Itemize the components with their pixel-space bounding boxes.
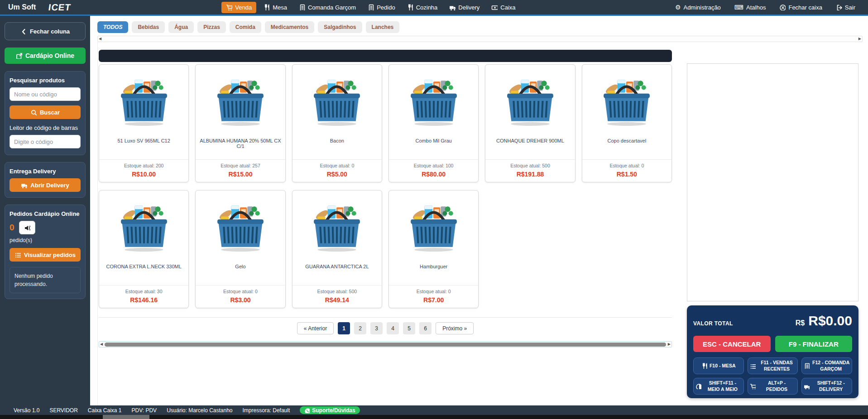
search-button[interactable]: Buscar xyxy=(10,105,81,119)
nav-label: Administração xyxy=(683,4,720,11)
search-button-label: Buscar xyxy=(40,109,60,116)
nav-mesa[interactable]: Mesa xyxy=(259,2,292,13)
tab-medicamentos[interactable]: Medicamentos xyxy=(265,21,314,33)
grocery-basket-image xyxy=(212,201,269,252)
nav-pedido[interactable]: Pedido xyxy=(363,2,399,13)
nav-atalhos[interactable]: ⌨ Atalhos xyxy=(730,2,771,13)
pagination-page-5[interactable]: 5 xyxy=(403,322,415,334)
product-card[interactable]: Copo descartavel Estoque atual: 0 R$1.50 xyxy=(582,64,672,182)
product-price: R$5.00 xyxy=(294,171,380,178)
keyboard-icon: ⌨ xyxy=(734,4,743,10)
pagination-page-2[interactable]: 2 xyxy=(354,322,366,334)
tab-agua[interactable]: Água xyxy=(168,21,194,33)
status-user: Usuário: Marcelo Castanho xyxy=(167,407,232,414)
product-name: Hamburguer xyxy=(389,259,478,285)
nav-label: Delivery xyxy=(458,4,480,11)
product-price: R$191.88 xyxy=(487,171,573,178)
tab-pizzas[interactable]: Pizzas xyxy=(197,21,226,33)
document-icon xyxy=(299,4,305,10)
product-image xyxy=(485,65,575,133)
tab-comida[interactable]: Comida xyxy=(230,21,261,33)
utensils-icon xyxy=(701,363,707,369)
pagination-page-3[interactable]: 3 xyxy=(370,322,383,334)
cancel-button[interactable]: ESC - CANCELAR xyxy=(693,336,771,352)
close-column-button[interactable]: Fechar coluna xyxy=(5,22,86,40)
product-card[interactable]: ALBUMINA HUMANA 20% 50ML CX C/1 Estoque … xyxy=(195,64,285,182)
shortcut-alt-p-pedidos[interactable]: ALT+P - PEDIDOS xyxy=(748,378,798,395)
product-image xyxy=(196,65,285,133)
product-card[interactable]: Bacon Estoque atual: 0 R$5.00 xyxy=(292,64,382,182)
shortcut-shift-f12-delivery[interactable]: SHIFT+F12 - DELIVERY xyxy=(801,378,852,395)
open-delivery-button[interactable]: Abrir Delivery xyxy=(10,178,81,192)
product-image xyxy=(389,190,478,259)
pagination-next-button[interactable]: Próximo » xyxy=(436,322,474,334)
product-card[interactable]: Gelo Estoque atual: 0 R$3.00 xyxy=(195,190,285,308)
bottom-horizontal-scrollbar[interactable]: ◀ ▶ xyxy=(99,341,672,348)
pagination-page-4[interactable]: 4 xyxy=(387,322,399,334)
product-price: R$49.14 xyxy=(294,296,380,304)
grocery-basket-image xyxy=(599,75,655,127)
scroll-left-icon[interactable]: ◀ xyxy=(99,37,101,41)
nav-venda[interactable]: Venda xyxy=(221,2,256,13)
nav-comanda-garcom[interactable]: Comanda Garçom xyxy=(294,2,360,13)
pagination: « Anterior 1 2 3 4 5 6 Próximo » xyxy=(99,322,672,334)
tab-bebidas[interactable]: Bebidas xyxy=(132,21,165,33)
cardapio-online-label: Cardápio Online xyxy=(25,52,74,59)
product-card[interactable]: Combo Mil Grau Estoque atual: 100 R$80.0… xyxy=(388,64,479,182)
grocery-basket-image xyxy=(309,75,365,127)
nav-sair[interactable]: Sair xyxy=(831,2,860,13)
truck-icon xyxy=(804,383,810,389)
products-column: 51 Luxo SV 965ML C12 Estoque atual: 200 … xyxy=(97,42,672,405)
tab-lanches[interactable]: Lanches xyxy=(366,21,400,33)
sound-toggle-button[interactable] xyxy=(19,221,35,234)
view-orders-button[interactable]: Visualizar pedidos xyxy=(10,248,81,262)
nav-cozinha[interactable]: Cozinha xyxy=(403,2,442,13)
pagination-prev-button[interactable]: « Anterior xyxy=(297,322,334,334)
shortcut-shift-f11-meio-a-meio[interactable]: SHIFT+F11 - MEIO A MEIO xyxy=(693,378,744,395)
sale-actions-panel: VALOR TOTAL R$ R$0.00 ESC - CANCELAR F9 … xyxy=(687,305,858,398)
nav-label: Comanda Garçom xyxy=(308,4,356,11)
product-card[interactable]: CONHAQUE DREHER 900ML Estoque atual: 500… xyxy=(485,64,575,182)
utensils-icon xyxy=(407,4,413,10)
scroll-right-icon[interactable]: ▶ xyxy=(858,37,861,41)
status-pdv: PDV: PDV xyxy=(132,407,157,414)
nav-delivery[interactable]: Delivery xyxy=(445,2,484,13)
support-button[interactable]: Suporte/Dúvidas xyxy=(300,406,360,414)
scroll-left-icon[interactable]: ◀ xyxy=(100,343,103,346)
product-footer: Estoque atual: 0 R$5.00 xyxy=(293,159,382,182)
shortcut-f12-comanda-garcom[interactable]: F12 - COMANDA GARÇOM xyxy=(801,357,852,374)
pagination-page-1[interactable]: 1 xyxy=(338,322,350,334)
pagination-page-6[interactable]: 6 xyxy=(419,322,432,334)
nav-administracao[interactable]: ⚙ Administração xyxy=(671,2,725,13)
list-icon xyxy=(750,363,756,369)
grocery-basket-image xyxy=(116,75,172,127)
nav-caixa[interactable]: Caixa xyxy=(487,2,520,13)
product-price: R$7.00 xyxy=(391,296,476,304)
product-image xyxy=(99,65,188,133)
top-horizontal-scrollbar[interactable]: ◀ ▶ xyxy=(97,36,863,42)
product-card[interactable]: Hamburguer Estoque atual: 0 R$7.00 xyxy=(388,190,479,308)
shortcut-f11-vendas-recentes[interactable]: F11 - VENDAS RECENTES xyxy=(748,357,798,374)
shortcut-label: F11 - VENDAS RECENTES xyxy=(758,360,796,371)
product-image xyxy=(196,190,285,259)
finalize-button[interactable]: F9 - FINALIZAR xyxy=(775,336,853,352)
product-price: R$3.00 xyxy=(197,296,283,304)
tab-todos[interactable]: TODOS xyxy=(97,21,128,33)
nav-fechar-caixa[interactable]: Fechar caixa xyxy=(775,2,826,13)
shortcut-f10-mesa[interactable]: F10 - MESA xyxy=(693,357,744,374)
barcode-label: Leitor de código de barras xyxy=(10,124,81,131)
product-card[interactable]: 51 Luxo SV 965ML C12 Estoque atual: 200 … xyxy=(99,64,189,182)
total-amount: R$ R$0.00 xyxy=(796,313,852,329)
product-card[interactable]: CORONA EXTRA L.NECK 330ML Estoque atual:… xyxy=(99,190,189,308)
product-name: Bacon xyxy=(293,133,382,159)
product-stock: Estoque atual: 257 xyxy=(197,163,283,168)
barcode-input[interactable] xyxy=(10,135,81,148)
search-input[interactable] xyxy=(10,87,81,101)
cardapio-online-button[interactable]: Cardápio Online xyxy=(5,48,86,64)
scroll-right-icon[interactable]: ▶ xyxy=(668,343,671,346)
scrollbar-thumb[interactable] xyxy=(105,343,666,347)
tab-salgadinhos[interactable]: Salgadinhos xyxy=(318,21,362,33)
product-card[interactable]: GUARANA ANTARCTICA 2L Estoque atual: 500… xyxy=(292,190,382,308)
product-name: Copo descartavel xyxy=(582,133,671,159)
nav-label: Mesa xyxy=(273,4,287,11)
